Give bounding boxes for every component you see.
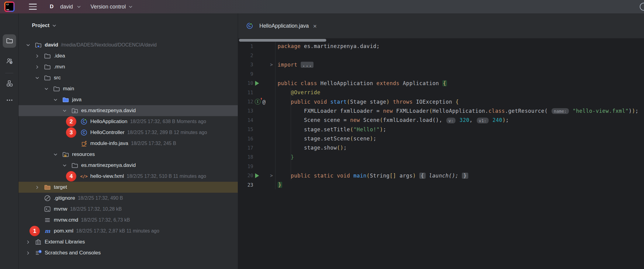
code-text: FXMLLoader fxmlLoader = new FXMLLoader(H… [275,108,639,114]
tree-row-java[interactable]: java [19,94,238,105]
project-tree: david/media/DADES/Nextcloud/DOCENCIA/dav… [19,40,238,258]
gutter-icons [253,125,275,134]
tree-item-label: main [63,86,74,92]
chevron-right-icon[interactable] [35,64,44,70]
gutter-icons [253,106,275,116]
more-tool-windows-button[interactable] [3,94,16,107]
main-menu-icon[interactable] [29,4,37,10]
chevron-down-icon[interactable] [53,152,62,157]
folder-icon [71,162,78,169]
vcs-widget[interactable]: Version control [91,4,133,10]
code-text: } [275,154,294,160]
structure-tool-button[interactable] [3,77,16,91]
line-number: 13 [238,108,253,114]
fold-arrow-icon[interactable]: > [270,62,273,67]
code-line-18: 18 } [238,153,644,162]
java-cup-icon [80,140,88,147]
project-panel-header[interactable]: Project [32,22,57,29]
gutter-icons: I@ [253,97,275,106]
code-line-12: 12I@ public void start(Stage stage) thro… [238,97,644,106]
tree-row-main[interactable]: main [19,83,238,94]
chevron-down-icon[interactable] [53,97,62,102]
annotation-badge-4: 4 [66,171,76,181]
tree-row-david[interactable]: david/media/DADES/Nextcloud/DOCENCIA/dav… [19,40,238,50]
line-number: 2 [238,53,253,58]
project-switcher[interactable]: D david [47,2,81,12]
tree-row-.mvn[interactable]: .mvn [19,61,238,72]
text-lines-icon [44,216,51,224]
chevron-right-icon[interactable] [35,185,44,190]
tab-close-icon[interactable]: × [313,23,317,29]
tree-row-es.martinezpenya.david[interactable]: es.martinezpenya.david [19,105,238,116]
gutter-icons [253,153,275,162]
tree-item-label: resources [72,151,95,157]
tree-row-.idea[interactable]: .idea [19,50,238,61]
folder-icon [53,85,60,92]
folder-exc-icon [44,184,51,191]
gutter-icons [253,42,275,51]
tree-item-meta: 18/2/25 17:32, 638 B Moments ago [130,119,206,124]
line-number: 9 [238,71,253,77]
learn-tool-button[interactable]: ? [3,55,16,68]
gutter-icons [253,79,275,88]
tree-row-target[interactable]: target [19,182,238,193]
code-text: public static void main(String[] args) {… [275,173,468,179]
code-line-15: 15 stage.setTitle("Hello!"); [238,125,644,134]
tree-row-Scratches and Consoles[interactable]: Scratches and Consoles [19,247,238,258]
tree-row-External Libraries[interactable]: External Libraries [19,236,238,247]
chevron-down-icon [52,23,57,28]
tab-label: HelloApplication.java [259,23,309,29]
project-tool-button[interactable] [3,34,16,48]
chevron-right-icon[interactable] [26,240,35,245]
tree-row-resources[interactable]: resources [19,149,238,160]
editor-horizontal-scrollbar[interactable] [239,39,326,42]
tree-row-module-info.java[interactable]: module-info.java18/2/25 17:32, 245 B [19,138,238,149]
chevron-down-icon[interactable] [35,75,44,81]
package-icon [71,107,78,114]
tree-row-es.martinezpenya.david[interactable]: es.martinezpenya.david [19,160,238,171]
chevron-down-icon[interactable] [26,43,35,48]
gutter-icons: > [253,171,275,180]
gutter-icons [253,162,275,171]
line-number: 10 [238,80,253,86]
tree-row-hello-view.fxml[interactable]: 4</>hello-view.fxml18/2/25 17:32, 510 B … [19,171,238,182]
vcs-label: Version control [91,4,126,10]
line-number: 11 [238,90,253,95]
folder-res-icon [62,151,69,158]
indent-guide [291,88,291,180]
chevron-right-icon[interactable] [35,53,44,59]
svg-text:</>: </> [80,174,88,179]
gutter-icons [253,180,275,189]
overrides-method-icon[interactable]: I [255,99,261,105]
fxml-icon: </> [80,173,88,180]
tree-row-HelloController[interactable]: 3CHelloController18/2/25 17:32, 289 B 12… [19,127,238,138]
chevron-right-icon[interactable] [26,250,35,256]
intellij-idea-logo-icon: IJ [4,2,15,12]
tree-item-meta: 18/2/25 17:32, 10,28 kB [70,206,122,212]
run-button-icon[interactable] [255,173,259,178]
fold-arrow-icon[interactable]: > [270,173,273,178]
chevron-down-icon[interactable] [44,86,53,91]
scratches-icon [35,249,42,257]
project-name: david [60,4,73,10]
tree-item-label: module-info.java [90,140,128,147]
code-line-23: 23} [238,180,644,189]
chevron-down-icon[interactable] [62,108,71,113]
tree-row-HelloApplication[interactable]: 2CHelloApplication18/2/25 17:32, 638 B M… [19,116,238,127]
run-button-icon[interactable] [255,81,259,86]
tree-item-label: mvnw.cmd [54,217,78,223]
editor-tab-helloapplication[interactable]: C HelloApplication.java × [241,13,321,38]
tree-row-mvnw.cmd[interactable]: mvnw.cmd18/2/25 17:32, 6,73 kB [19,215,238,226]
tree-row-src[interactable]: src [19,72,238,83]
chevron-down-icon[interactable] [62,163,71,168]
maven-icon: m [44,227,51,235]
code-editor[interactable]: 1package es.martinezpenya.david;23>impor… [238,42,644,269]
code-text: } [275,182,282,188]
svg-text:?: ? [10,61,12,64]
tree-row-pom.xml[interactable]: 1mpom.xml18/2/25 17:32, 2,87 kB 11 minut… [19,226,238,236]
tree-row-.gitignore[interactable]: .gitignore18/2/25 17:32, 490 B [19,193,238,204]
tree-row-mvnw[interactable]: mvnw18/2/25 17:32, 10,28 kB [19,204,238,215]
code-text: public class HelloApplication extends Ap… [275,80,447,86]
code-text: package es.martinezpenya.david; [275,43,380,49]
gutter-icons: > [253,60,275,69]
